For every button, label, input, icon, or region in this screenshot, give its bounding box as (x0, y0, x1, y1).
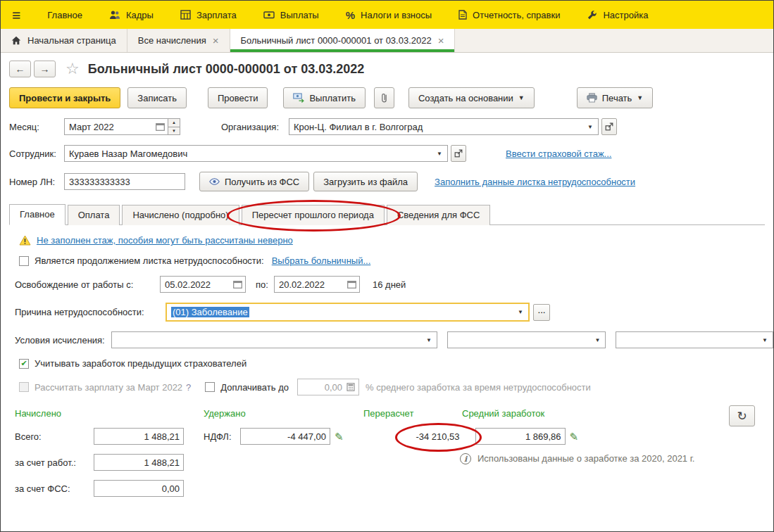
spin-up-icon[interactable] (168, 119, 180, 127)
tab-svedeniya-fss[interactable]: Сведения для ФСС (387, 205, 490, 225)
ndfl-field[interactable]: -4 447,00 (240, 428, 330, 445)
tab-nachisleno-podrobno[interactable]: Начислено (подробно) (122, 205, 239, 225)
conditions-field-2[interactable] (447, 331, 606, 348)
calc-salary-checkbox (19, 382, 29, 392)
tab-all-accruals[interactable]: Все начисления (127, 29, 230, 52)
fss-field[interactable]: 0,00 (94, 480, 184, 497)
month-org-row: Месяц: Март 2022 Организация: Крон-Ц. Фи… (9, 118, 773, 135)
open-form-icon (454, 149, 463, 158)
dropdown-arrow-icon[interactable] (514, 304, 527, 320)
menu-item-otchetnost[interactable]: Отчетность, справки (458, 10, 560, 20)
choose-sick-leave-link[interactable]: Выбрать больничный... (272, 255, 371, 266)
get-from-fss-button[interactable]: Получить из ФСС (199, 172, 309, 191)
help-icon[interactable]: ? (186, 382, 191, 393)
average-field[interactable]: 1 869,86 (475, 428, 566, 445)
conditions-field-1[interactable] (111, 331, 437, 348)
hamburger-menu-icon[interactable] (12, 8, 20, 23)
load-from-file-button[interactable]: Загрузить из файла (313, 172, 418, 191)
tab-oplata[interactable]: Оплата (68, 205, 120, 225)
conditions-field-3[interactable] (616, 331, 773, 348)
edit-average-icon[interactable] (570, 431, 579, 442)
fill-sick-leave-data-link[interactable]: Заполнить данные листка нетрудоспособнос… (435, 177, 635, 187)
calendar-icon[interactable] (231, 280, 244, 289)
menu-item-nastroyka[interactable]: Настройка (587, 10, 648, 20)
info-icon (460, 453, 471, 464)
menu-item-main[interactable]: Главное (47, 10, 82, 20)
enter-insurance-record-link[interactable]: Ввести страховой стаж... (506, 148, 611, 159)
leave-period-row: Освобождение от работы с: 05.02.2022 по:… (15, 276, 773, 293)
employee-open-button[interactable] (451, 145, 466, 162)
conditions-row: Условия исчисления: (15, 331, 773, 348)
organization-field[interactable]: Крон-Ц. Филиал в г. Волгоград (289, 118, 599, 135)
edit-ndfl-icon[interactable] (335, 431, 344, 442)
period-to-field[interactable]: 20.02.2022 (274, 276, 360, 293)
pay-up-to-suffix: % среднего заработка за время нетрудоспо… (366, 382, 591, 393)
calendar-icon[interactable] (154, 122, 166, 131)
close-icon[interactable] (438, 35, 444, 46)
document-toolbar: Провести и закрыть Записать Провести Вып… (1, 77, 773, 108)
reason-more-button[interactable] (533, 304, 550, 321)
spin-down-icon[interactable] (168, 127, 180, 135)
calculator-icon[interactable] (344, 383, 357, 391)
calendar-icon[interactable] (345, 280, 358, 289)
report-icon (458, 10, 467, 20)
dropdown-arrow-icon[interactable] (423, 332, 435, 348)
employee-value: Кураев Назар Магомедович (69, 148, 433, 159)
warning-link[interactable]: Не заполнен стаж, пособия могут быть рас… (37, 235, 293, 246)
menu-item-kadry[interactable]: Кадры (109, 10, 154, 20)
pay-up-to-checkbox[interactable] (205, 382, 215, 392)
post-button[interactable]: Провести (208, 87, 268, 108)
sick-number-field[interactable]: 333333333333 (64, 173, 185, 190)
wrench-icon (587, 10, 597, 20)
close-icon[interactable] (213, 35, 219, 46)
sick-number-label: Номер ЛН: (9, 177, 64, 187)
period-from-field[interactable]: 05.02.2022 (160, 276, 246, 293)
total-label: Всего: (15, 431, 94, 442)
menu-item-label: Выплаты (280, 10, 319, 20)
leave-period-label: Освобождение от работы с: (15, 279, 160, 290)
forward-button[interactable] (34, 61, 56, 77)
app-window: Главное Кадры Зарплата Выплаты Налоги и … (0, 0, 774, 532)
attachments-button[interactable] (374, 87, 394, 108)
month-spinner[interactable] (168, 118, 180, 135)
favorite-star-icon[interactable] (65, 61, 80, 77)
refresh-button[interactable] (729, 405, 755, 426)
employer-field[interactable]: 1 488,21 (94, 454, 184, 471)
menu-item-nalogi[interactable]: Налоги и взносы (346, 9, 432, 21)
warning-icon (19, 235, 31, 246)
organization-open-button[interactable] (601, 118, 617, 135)
tab-recalc-period[interactable]: Пересчет прошлого периода (242, 205, 385, 225)
menu-item-vyplaty[interactable]: Выплаты (263, 10, 319, 20)
period-days: 16 дней (373, 279, 406, 290)
menu-item-label: Главное (47, 10, 82, 20)
sick-number-row: Номер ЛН: 333333333333 Получить из ФСС З… (9, 172, 773, 191)
reason-field[interactable]: (01) Заболевание (166, 303, 530, 322)
back-button[interactable] (9, 61, 31, 77)
dropdown-arrow-icon[interactable] (759, 332, 771, 348)
employee-field[interactable]: Кураев Назар Магомедович (64, 145, 448, 162)
payout-icon (293, 93, 304, 103)
tab-home[interactable]: Начальная страница (1, 29, 127, 52)
totals-row-total: Всего: 1 488,21 НДФЛ: -4 447,00 -34 210,… (15, 428, 773, 445)
continuation-checkbox[interactable] (19, 256, 29, 266)
menu-item-label: Кадры (126, 10, 154, 20)
pay-up-to-label: Доплачивать до (220, 382, 289, 393)
month-field[interactable]: Март 2022 (64, 118, 168, 135)
tab-sick-leave-doc[interactable]: Больничный лист 0000-000001 от 03.03.202… (230, 29, 456, 52)
prev-earnings-checkbox[interactable] (19, 359, 29, 369)
dropdown-arrow-icon[interactable] (584, 119, 597, 134)
main-menu-bar: Главное Кадры Зарплата Выплаты Налоги и … (1, 1, 773, 29)
menu-item-zarplata[interactable]: Зарплата (180, 10, 237, 20)
total-field[interactable]: 1 488,21 (94, 428, 184, 445)
dropdown-arrow-icon[interactable] (433, 146, 446, 161)
dropdown-arrow-icon[interactable] (591, 332, 604, 348)
pay-button[interactable]: Выплатить (283, 87, 366, 108)
print-button[interactable]: Печать (577, 87, 654, 108)
create-on-basis-button[interactable]: Создать на основании (408, 87, 535, 108)
menu-item-label: Отчетность, справки (473, 10, 560, 20)
post-and-close-button[interactable]: Провести и закрыть (9, 87, 120, 108)
tab-label: Больничный лист 0000-000001 от 03.03.202… (241, 35, 432, 46)
tab-glavnoe[interactable]: Главное (9, 204, 65, 225)
write-button[interactable]: Записать (127, 87, 187, 108)
tab-label: Все начисления (138, 35, 206, 46)
